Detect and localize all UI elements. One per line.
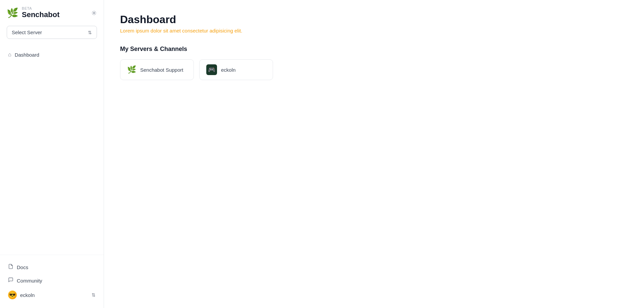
select-server-dropdown[interactable]: Select Server ⇅ [7,26,97,39]
user-avatar: 😎 [8,291,17,299]
user-name: eckoln [20,292,35,298]
senchabot-icon: 🌿 [127,65,136,74]
app-name: Senchabot [22,10,59,19]
file-icon [8,264,13,270]
sidebar-item-docs[interactable]: Docs [4,260,100,274]
community-label: Community [17,278,42,284]
logo-left: 🌿 BETA Senchabot [7,7,59,19]
server-card-senchabot[interactable]: 🌿 Senchabot Support [120,59,194,80]
sidebar-top: 🌿 BETA Senchabot ✳ Select Server ⇅ [0,0,104,44]
chevron-updown-icon: ⇅ [88,30,92,35]
sidebar: 🌿 BETA Senchabot ✳ Select Server ⇅ ⌂ Das… [0,0,104,308]
leaf-icon: 🌿 [7,8,18,18]
user-chevron-icon: ⇅ [92,292,96,298]
sidebar-item-community[interactable]: Community [4,274,100,287]
logo-area: 🌿 BETA Senchabot ✳ [7,7,97,19]
sidebar-nav: ⌂ Dashboard [0,44,104,61]
docs-label: Docs [17,264,28,270]
home-icon: ⌂ [8,52,11,58]
chat-icon [8,277,13,284]
select-server-label: Select Server [12,29,42,35]
page-subtitle: Lorem ipsum dolor sit amet consectetur a… [120,28,628,34]
server-name-eckoln: eckoln [221,67,235,73]
page-title: Dashboard [120,13,628,26]
user-left: 😎 eckoln [8,291,35,299]
beta-label: BETA [22,7,59,10]
user-profile-item[interactable]: 😎 eckoln ⇅ [4,287,100,303]
servers-section-title: My Servers & Channels [120,46,628,53]
sidebar-bottom: Docs Community 😎 eckoln ⇅ [0,255,104,308]
server-card-eckoln[interactable]: eckoln [199,59,273,80]
sidebar-item-label: Dashboard [15,52,39,58]
sidebar-item-dashboard[interactable]: ⌂ Dashboard [4,48,100,61]
main-content: Dashboard Lorem ipsum dolor sit amet con… [104,0,644,308]
servers-grid: 🌿 Senchabot Support eckoln [120,59,628,80]
server-name-senchabot: Senchabot Support [140,67,183,73]
settings-icon[interactable]: ✳ [91,9,97,17]
eckoln-avatar [206,64,217,75]
logo-text-group: BETA Senchabot [22,7,59,19]
